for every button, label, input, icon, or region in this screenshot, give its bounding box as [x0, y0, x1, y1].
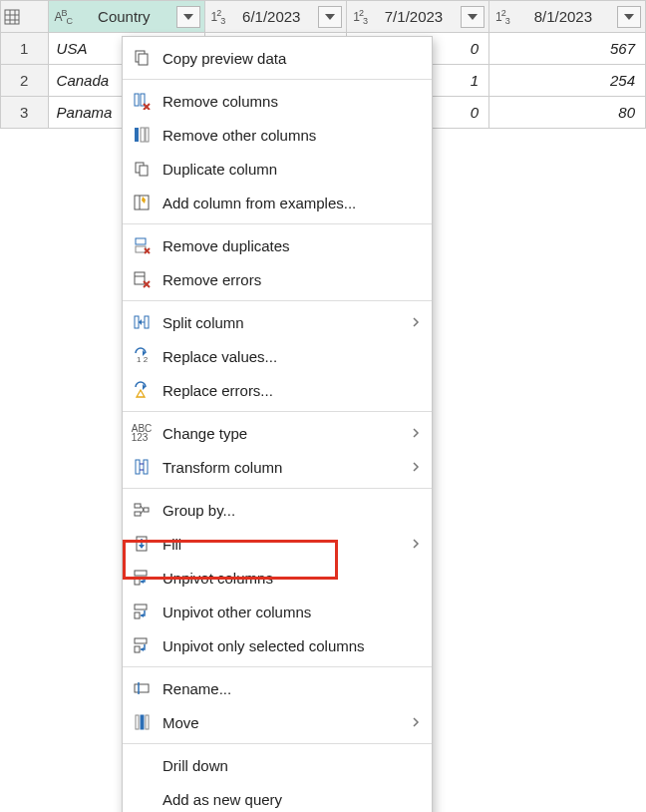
- svg-rect-41: [144, 460, 148, 474]
- change-type-icon: ABC123: [131, 422, 153, 444]
- menu-group-by[interactable]: Group by...: [123, 493, 432, 527]
- cell-value[interactable]: 80: [489, 104, 645, 121]
- copy-icon: [131, 47, 153, 69]
- menu-label: Group by...: [162, 502, 420, 519]
- menu-unpivot-selected-columns[interactable]: Unpivot only selected columns: [123, 628, 432, 662]
- menu-label: Transform column: [162, 459, 402, 476]
- svg-rect-65: [146, 715, 149, 729]
- svg-marker-7: [468, 14, 478, 20]
- cell-value[interactable]: 567: [489, 40, 645, 57]
- menu-drill-down[interactable]: Drill down: [123, 748, 432, 782]
- menu-add-column-from-examples[interactable]: Add column from examples...: [123, 186, 432, 219]
- row-number: 1: [1, 33, 49, 65]
- svg-rect-10: [139, 54, 148, 65]
- svg-marker-5: [183, 14, 193, 20]
- duplicate-column-icon: [131, 158, 153, 180]
- menu-label: Replace errors...: [162, 382, 420, 399]
- menu-transform-column[interactable]: Transform column: [123, 450, 432, 484]
- svg-rect-23: [136, 238, 146, 244]
- menu-label: Unpivot columns: [162, 570, 420, 587]
- remove-duplicates-icon: [131, 234, 153, 256]
- svg-rect-63: [136, 715, 139, 729]
- column-header-date2[interactable]: 123 7/1/2023: [347, 1, 489, 33]
- menu-split-column[interactable]: Split column: [123, 305, 432, 339]
- column-filter-dropdown[interactable]: [318, 6, 342, 28]
- menu-change-type[interactable]: ABC123 Change type: [123, 416, 432, 450]
- move-icon: [131, 711, 153, 733]
- type-number-icon: 123: [211, 10, 225, 24]
- svg-rect-58: [135, 638, 147, 643]
- type-text-icon: ABC: [55, 10, 73, 24]
- menu-label: Fill: [162, 536, 402, 553]
- group-by-icon: [131, 499, 153, 521]
- menu-unpivot-other-columns[interactable]: Unpivot other columns: [123, 595, 432, 628]
- column-header-date3[interactable]: 123 8/1/2023: [488, 1, 645, 33]
- column-filter-dropdown[interactable]: [461, 6, 484, 28]
- svg-rect-44: [135, 504, 141, 508]
- select-all-corner[interactable]: [1, 1, 49, 33]
- menu-unpivot-columns[interactable]: Unpivot columns: [123, 561, 432, 595]
- menu-separator: [123, 300, 432, 301]
- menu-separator: [123, 743, 432, 744]
- submenu-arrow-icon: [412, 314, 420, 331]
- menu-separator: [123, 666, 432, 667]
- column-filter-dropdown[interactable]: [617, 6, 641, 28]
- cell-value[interactable]: 254: [489, 72, 645, 89]
- menu-remove-columns[interactable]: Remove columns: [123, 84, 432, 118]
- svg-rect-59: [135, 646, 140, 652]
- menu-label: Remove errors: [162, 271, 420, 288]
- column-header-date1[interactable]: 123 6/1/2023: [204, 1, 347, 33]
- remove-columns-icon: [131, 90, 153, 112]
- menu-duplicate-column[interactable]: Duplicate column: [123, 152, 432, 186]
- replace-errors-icon: [131, 379, 153, 401]
- svg-text:1 2: 1 2: [137, 355, 149, 364]
- menu-label: Duplicate column: [162, 161, 420, 178]
- column-label: 7/1/2023: [371, 8, 457, 25]
- menu-copy-preview-data[interactable]: Copy preview data: [123, 41, 432, 75]
- menu-label: Copy preview data: [162, 50, 420, 67]
- transform-column-icon: [131, 456, 153, 478]
- svg-marker-51: [139, 545, 145, 549]
- menu-remove-other-columns[interactable]: Remove other columns: [123, 118, 432, 152]
- table-icon: [1, 6, 23, 28]
- menu-move[interactable]: Move: [123, 705, 432, 739]
- svg-rect-64: [141, 715, 144, 729]
- svg-rect-11: [135, 94, 139, 106]
- menu-rename[interactable]: Rename...: [123, 671, 432, 705]
- svg-rect-24: [136, 246, 146, 252]
- column-filter-dropdown[interactable]: [176, 6, 200, 28]
- submenu-arrow-icon: [412, 714, 420, 731]
- svg-rect-40: [136, 460, 140, 474]
- type-number-icon: 123: [495, 10, 509, 24]
- menu-remove-duplicates[interactable]: Remove duplicates: [123, 228, 432, 262]
- svg-rect-45: [135, 512, 141, 516]
- fill-icon: [131, 533, 153, 555]
- svg-rect-55: [135, 605, 147, 609]
- menu-label: Add column from examples...: [162, 195, 420, 211]
- column-label: 6/1/2023: [228, 8, 314, 25]
- menu-replace-values[interactable]: 1 2 Replace values...: [123, 339, 432, 373]
- menu-label: Remove duplicates: [162, 237, 420, 254]
- menu-remove-errors[interactable]: Remove errors: [123, 262, 432, 296]
- menu-fill[interactable]: Fill: [123, 527, 432, 561]
- unpivot-selected-icon: [131, 634, 153, 656]
- split-column-icon: [131, 311, 153, 333]
- column-context-menu: Copy preview data Remove columns Remove …: [122, 36, 433, 812]
- rename-icon: [131, 677, 153, 699]
- menu-label: Replace values...: [162, 348, 420, 365]
- menu-label: Remove other columns: [162, 127, 420, 144]
- menu-separator: [123, 223, 432, 224]
- svg-rect-53: [135, 579, 140, 585]
- svg-marker-60: [141, 647, 144, 651]
- menu-replace-errors[interactable]: Replace errors...: [123, 373, 432, 407]
- menu-label: Add as new query: [162, 791, 420, 808]
- menu-label: Move: [162, 714, 402, 731]
- svg-rect-27: [135, 272, 145, 284]
- submenu-arrow-icon: [412, 536, 420, 553]
- menu-add-as-new-query[interactable]: Add as new query: [123, 782, 432, 812]
- add-column-examples-icon: [131, 192, 153, 213]
- svg-marker-39: [137, 390, 145, 397]
- unpivot-columns-icon: [131, 567, 153, 589]
- svg-rect-15: [135, 128, 139, 142]
- column-header-country[interactable]: ABC Country: [48, 1, 204, 33]
